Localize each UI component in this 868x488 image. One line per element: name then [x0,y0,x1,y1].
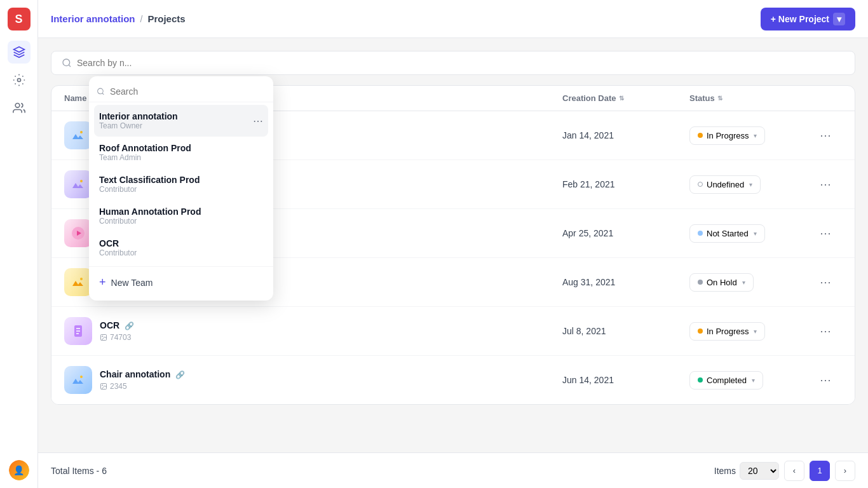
chevron-down-icon: ▾ [754,230,757,237]
status-dot [698,377,703,383]
status-badge[interactable]: In Progress ▾ [689,126,765,145]
status-label: Undefined [707,180,744,189]
date-cell: Feb 21, 2021 [562,179,689,189]
status-cell: In Progress ▾ [689,126,817,145]
status-cell: Not Started ▾ [689,224,817,243]
status-badge[interactable]: Undefined ▾ [689,175,761,194]
project-icon [64,219,92,247]
user-avatar[interactable]: 👤 [9,460,29,480]
new-project-button[interactable]: + New Project ▾ [761,8,855,30]
date-cell: Jan 14, 2021 [562,130,689,140]
date-cell: Jul 8, 2021 [562,326,689,336]
svg-point-17 [80,278,83,280]
svg-point-7 [80,131,83,133]
status-dot [698,280,703,285]
status-cell: Completed ▾ [689,371,817,390]
project-name: OCR 🔗 [100,320,134,330]
dropdown-search-icon [97,87,105,96]
row-more-button[interactable]: ⋯ [817,126,834,144]
row-more-button[interactable]: ⋯ [817,371,834,389]
status-label: Not Started [707,229,749,238]
dropdown-item-interior-annotation[interactable]: Interior annotation Team Owner ⋯ [94,105,268,137]
status-badge[interactable]: Not Started ▾ [689,224,765,243]
status-label: In Progress [707,131,749,140]
link-icon: 🔗 [175,370,185,379]
items-per-page-select[interactable]: 20 50 100 [740,462,779,480]
team-dropdown: Interior annotation Team Owner ⋯ Roof An… [89,76,273,301]
status-dot [698,133,703,138]
search-input[interactable] [77,58,268,68]
svg-point-28 [102,385,104,386]
status-cell: Undefined ▾ [689,175,817,194]
next-page-button[interactable]: › [835,461,855,481]
breadcrumb-page: Projects [147,13,185,24]
app-logo[interactable]: S [8,8,31,30]
dropdown-item-ocr[interactable]: OCR Contributor [89,232,273,264]
breadcrumb-team[interactable]: Interior annotation [51,13,135,24]
prev-page-button[interactable]: ‹ [784,461,804,481]
search-bar [51,51,855,75]
project-icon [64,268,92,296]
dropdown-item-human-annotation[interactable]: Human Annotation Prod Contributor [89,200,273,232]
new-project-dropdown-arrow[interactable]: ▾ [833,13,845,25]
status-label: Completed [707,376,747,385]
sidebar-item-users[interactable] [8,97,31,119]
status-badge[interactable]: Completed ▾ [689,371,763,390]
status-cell: In Progress ▾ [689,322,817,341]
date-cell: Apr 25, 2021 [562,228,689,238]
column-creation-date[interactable]: Creation Date ⇅ [562,93,689,103]
breadcrumb-separator: / [140,14,143,24]
dropdown-item-text-classification-prod[interactable]: Text Classification Prod Contributor [89,168,273,200]
project-count: 2345 [100,382,185,391]
row-more-button[interactable]: ⋯ [817,273,834,291]
date-cell: Aug 31, 2021 [562,277,689,287]
new-team-label: New Team [111,278,153,288]
row-more-button[interactable]: ⋯ [817,175,834,193]
project-cell: OCR 🔗 74703 [64,317,562,345]
new-team-button[interactable]: + New Team [89,269,273,295]
svg-point-5 [63,59,70,66]
new-project-label: + New Project [771,14,829,24]
total-count: 6 [102,466,107,476]
dropdown-divider [89,266,273,267]
dropdown-item-more-button[interactable]: ⋯ [253,115,263,127]
svg-point-3 [98,88,104,94]
page-1-button[interactable]: 1 [810,461,830,481]
svg-point-2 [15,104,20,108]
project-icon [64,121,92,149]
status-badge[interactable]: On Hold ▾ [689,273,754,292]
row-more-button[interactable]: ⋯ [817,224,834,242]
status-label: In Progress [707,327,749,336]
svg-point-1 [17,79,20,82]
project-icon [64,317,92,345]
sidebar: S 👤 [0,0,38,488]
chevron-down-icon: ▾ [754,328,757,335]
project-name: Chair annotation 🔗 [100,369,185,379]
table-row: Chair annotation 🔗 2345 Jun 14, 2021 Com… [51,356,855,404]
footer: Total Items - 6 Items 20 50 100 ‹ 1 › [38,452,868,488]
dropdown-search-input[interactable] [110,86,266,97]
column-actions [817,93,842,103]
status-cell: On Hold ▾ [689,273,817,292]
plus-icon: + [99,276,106,289]
dropdown-search-container [89,81,273,102]
total-items-label: Total Items - 6 [51,466,107,476]
status-label: On Hold [707,278,737,287]
status-badge[interactable]: In Progress ▾ [689,322,765,341]
items-per-page: Items 20 50 100 [714,462,779,480]
creation-date-sort-icon: ⇅ [619,95,624,102]
chevron-down-icon: ▾ [749,181,752,188]
sidebar-item-settings[interactable] [8,69,31,92]
column-status[interactable]: Status ⇅ [689,93,817,103]
project-icon [64,170,92,198]
content-area: Interior annotation Team Owner ⋯ Roof An… [38,38,868,452]
link-icon: 🔗 [125,322,134,330]
row-more-button[interactable]: ⋯ [817,322,834,340]
header: Interior annotation / Projects + New Pro… [38,0,868,38]
sidebar-item-layers[interactable] [8,41,31,64]
status-dot [698,182,703,187]
dropdown-item-roof-annotation[interactable]: Roof Annotation Prod Team Admin [89,137,273,168]
svg-point-25 [102,336,104,337]
date-cell: Jun 14, 2021 [562,375,689,385]
project-cell: Chair annotation 🔗 2345 [64,366,562,394]
